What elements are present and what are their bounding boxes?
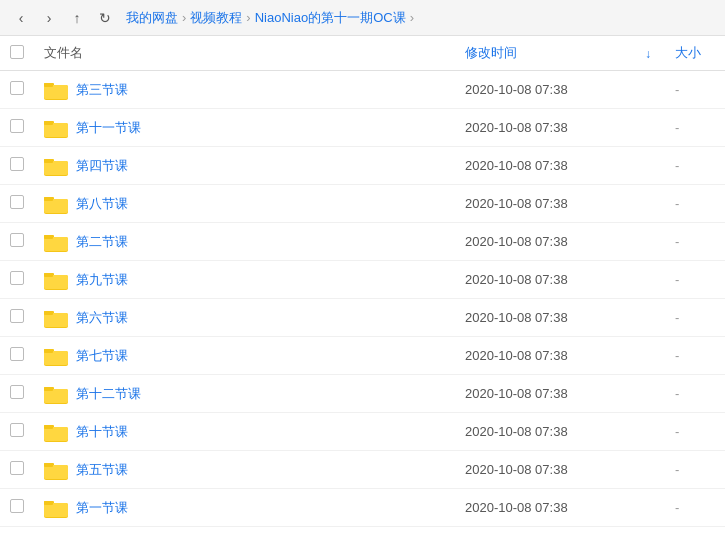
table-row: 第一节课 2020-10-08 07:38 - — [0, 489, 725, 527]
folder-icon — [44, 194, 68, 214]
folder-icon — [44, 308, 68, 328]
row-checkbox[interactable] — [10, 499, 24, 513]
up-button[interactable]: ↑ — [66, 7, 88, 29]
row-checkbox-cell — [0, 451, 34, 489]
table-row: 第十一节课 2020-10-08 07:38 - — [0, 109, 725, 147]
folder-name: 第十二节课 — [76, 385, 141, 403]
row-checkbox[interactable] — [10, 157, 24, 171]
table-header-row: 文件名 修改时间 ↓ 大小 — [0, 36, 725, 71]
svg-rect-6 — [44, 123, 68, 137]
header-time[interactable]: 修改时间 — [455, 36, 635, 71]
row-name-cell: 第三节课 — [34, 71, 455, 109]
file-table-container: 文件名 修改时间 ↓ 大小 — [0, 36, 725, 559]
row-size-cell: - — [665, 71, 725, 109]
breadcrumb-videos[interactable]: 视频教程 — [190, 9, 242, 27]
breadcrumb-sep-2: › — [246, 10, 250, 25]
svg-rect-38 — [44, 427, 68, 441]
folder-link[interactable]: 第三节课 — [44, 80, 445, 100]
row-size-cell: - — [665, 337, 725, 375]
folder-name: 第十一节课 — [76, 119, 141, 137]
folder-link[interactable]: 第六节课 — [44, 308, 445, 328]
row-time-cell: 2020-10-08 07:38 — [455, 413, 635, 451]
folder-icon — [44, 156, 68, 176]
row-checkbox[interactable] — [10, 195, 24, 209]
breadcrumb-home[interactable]: 我的网盘 — [126, 9, 178, 27]
forward-button[interactable]: › — [38, 7, 60, 29]
row-time-cell: 2020-10-08 07:38 — [455, 109, 635, 147]
svg-rect-3 — [44, 83, 53, 87]
folder-link[interactable]: 第十二节课 — [44, 384, 445, 404]
row-sort-cell — [635, 71, 665, 109]
breadcrumb-current[interactable]: NiaoNiao的第十一期OC课 — [255, 9, 406, 27]
header-size[interactable]: 大小 — [665, 36, 725, 71]
folder-link[interactable]: 第八节课 — [44, 194, 445, 214]
folder-icon — [44, 232, 68, 252]
row-checkbox[interactable] — [10, 347, 24, 361]
folder-name: 第九节课 — [76, 271, 128, 289]
svg-rect-43 — [44, 463, 53, 467]
header-sort-icon[interactable]: ↓ — [635, 36, 665, 71]
table-row: 第四节课 2020-10-08 07:38 - — [0, 147, 725, 185]
folder-name: 第二节课 — [76, 233, 128, 251]
svg-rect-2 — [44, 85, 68, 99]
row-sort-cell — [635, 375, 665, 413]
row-checkbox[interactable] — [10, 385, 24, 399]
svg-rect-18 — [44, 237, 68, 251]
folder-link[interactable]: 第十节课 — [44, 422, 445, 442]
folder-link[interactable]: 第九节课 — [44, 270, 445, 290]
folder-link[interactable]: 第七节课 — [44, 346, 445, 366]
row-sort-cell — [635, 299, 665, 337]
row-size-cell: - — [665, 261, 725, 299]
row-checkbox[interactable] — [10, 461, 24, 475]
row-checkbox-cell — [0, 489, 34, 527]
row-size-cell: - — [665, 489, 725, 527]
row-checkbox[interactable] — [10, 309, 24, 323]
folder-link[interactable]: 第四节课 — [44, 156, 445, 176]
row-size-cell: - — [665, 299, 725, 337]
row-checkbox[interactable] — [10, 81, 24, 95]
row-checkbox[interactable] — [10, 423, 24, 437]
row-checkbox-cell — [0, 109, 34, 147]
select-all-checkbox[interactable] — [10, 45, 24, 59]
folder-name: 第七节课 — [76, 347, 128, 365]
row-checkbox-cell — [0, 337, 34, 375]
row-checkbox[interactable] — [10, 233, 24, 247]
row-name-cell: 第十一节课 — [34, 109, 455, 147]
row-time-cell: 2020-10-08 07:38 — [455, 261, 635, 299]
row-checkbox-cell — [0, 71, 34, 109]
folder-link[interactable]: 第一节课 — [44, 498, 445, 518]
svg-rect-7 — [44, 121, 53, 125]
svg-rect-22 — [44, 275, 68, 289]
row-checkbox-cell — [0, 299, 34, 337]
row-size-cell: - — [665, 147, 725, 185]
row-time-cell: 2020-10-08 07:38 — [455, 451, 635, 489]
folder-name: 第八节课 — [76, 195, 128, 213]
breadcrumb: 我的网盘 › 视频教程 › NiaoNiao的第十一期OC课 › — [126, 9, 414, 27]
folder-icon — [44, 80, 68, 100]
row-time-cell: 2020-10-08 07:38 — [455, 185, 635, 223]
row-checkbox[interactable] — [10, 119, 24, 133]
folder-name: 第十节课 — [76, 423, 128, 441]
folder-link[interactable]: 第五节课 — [44, 460, 445, 480]
folder-link[interactable]: 第十一节课 — [44, 118, 445, 138]
file-table: 文件名 修改时间 ↓ 大小 — [0, 36, 725, 527]
folder-icon — [44, 270, 68, 290]
row-time-cell: 2020-10-08 07:38 — [455, 299, 635, 337]
folder-link[interactable]: 第二节课 — [44, 232, 445, 252]
row-time-cell: 2020-10-08 07:38 — [455, 71, 635, 109]
svg-rect-23 — [44, 273, 53, 277]
row-time-cell: 2020-10-08 07:38 — [455, 147, 635, 185]
back-button[interactable]: ‹ — [10, 7, 32, 29]
row-checkbox-cell — [0, 185, 34, 223]
svg-rect-47 — [44, 501, 53, 505]
svg-rect-14 — [44, 199, 68, 213]
folder-icon — [44, 384, 68, 404]
row-sort-cell — [635, 185, 665, 223]
row-name-cell: 第五节课 — [34, 451, 455, 489]
table-row: 第六节课 2020-10-08 07:38 - — [0, 299, 725, 337]
row-time-cell: 2020-10-08 07:38 — [455, 489, 635, 527]
row-checkbox[interactable] — [10, 271, 24, 285]
row-sort-cell — [635, 223, 665, 261]
row-name-cell: 第九节课 — [34, 261, 455, 299]
refresh-button[interactable]: ↻ — [94, 7, 116, 29]
